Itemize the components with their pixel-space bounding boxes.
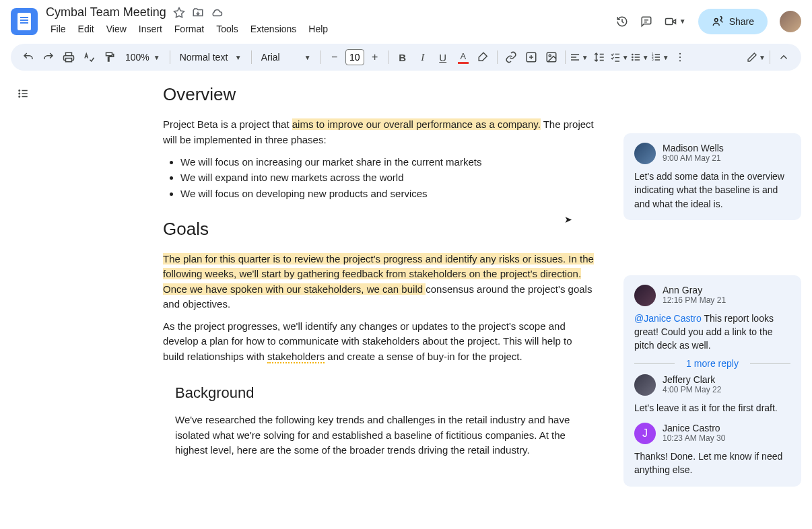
svg-point-11 [679,53,681,55]
share-label: Share [729,16,754,27]
redo-icon[interactable] [39,48,58,67]
svg-point-7 [632,59,632,60]
font-dropdown[interactable]: Arial▼ [256,52,316,63]
svg-point-4 [549,55,551,57]
more-replies-link[interactable]: 1 more reply [634,358,790,369]
text-color-icon[interactable]: A [454,48,473,67]
fontsize-input[interactable] [345,49,364,65]
comment-time: 10:23 AM May 30 [663,433,725,443]
spellcheck-icon[interactable] [79,48,98,67]
outline-toggle-icon[interactable] [11,81,35,106]
comment-time: 9:00 AM May 21 [663,153,724,163]
comment-card[interactable]: Madison Wells 9:00 AM May 21 Let's add s… [623,133,801,220]
fontsize-decrease-icon[interactable]: − [325,48,344,67]
svg-text:3: 3 [652,58,654,61]
mention: @Janice Castro [634,313,702,324]
move-icon[interactable] [192,7,204,19]
menu-extensions[interactable]: Extensions [246,21,301,37]
list-item: We will focus on developing new products… [180,186,594,201]
style-dropdown[interactable]: Normal text▼ [174,52,247,63]
align-icon[interactable]: ▼ [570,48,588,67]
heading-background: Background [175,384,594,402]
star-icon[interactable] [173,7,185,19]
bold-icon[interactable]: B [393,48,412,67]
video-call-button[interactable]: ▼ [665,15,686,28]
share-icon [712,15,724,28]
list-item: We will focus on increasing our market s… [180,154,594,170]
menu-help[interactable]: Help [304,21,333,37]
menu-tools[interactable]: Tools [211,21,243,37]
list-item: We will expand into new markets across t… [180,170,594,185]
fontsize-increase-icon[interactable]: + [366,48,384,67]
zoom-dropdown[interactable]: 100%▼ [120,52,166,63]
comment-time: 12:16 PM May 21 [663,295,726,305]
comment-avatar: J [634,423,656,444]
link-icon[interactable] [502,48,520,67]
comment-author: Madison Wells [663,143,724,153]
italic-icon[interactable]: I [413,48,432,67]
comment-time: 4:00 PM May 22 [663,385,721,394]
goals-paragraph: The plan for this quarter is to review t… [163,252,594,312]
svg-point-1 [714,18,718,22]
checklist-icon[interactable]: ▼ [610,48,629,67]
print-icon[interactable] [59,48,78,67]
cloud-status-icon[interactable] [211,7,223,19]
insert-image-icon[interactable] [542,48,561,67]
menu-file[interactable]: File [46,21,71,37]
menu-format[interactable]: Format [170,21,209,37]
comment-avatar [634,285,656,306]
svg-point-13 [679,60,681,61]
menu-view[interactable]: View [102,21,131,37]
share-button[interactable]: Share [698,9,768,34]
svg-point-5 [632,54,632,55]
history-icon[interactable] [616,15,628,28]
docs-logo-icon[interactable] [11,8,38,35]
goals-paragraph-2: As the project progresses, we'll identif… [163,319,594,365]
svg-point-12 [679,57,681,58]
comment-avatar [634,143,656,164]
svg-point-16 [19,96,20,98]
comment-author: Ann Gray [663,285,726,295]
heading-goals: Goals [163,219,594,240]
paint-format-icon[interactable] [100,48,119,67]
overview-paragraph: Project Beta is a project that aims to i… [163,117,594,147]
comment-body: Let's add some data in the overview indi… [634,170,790,211]
svg-point-6 [632,57,632,57]
menu-insert[interactable]: Insert [134,21,167,37]
underline-icon[interactable]: U [434,48,452,67]
collapse-icon[interactable] [774,48,793,67]
user-avatar[interactable] [780,11,801,32]
more-options-icon[interactable] [671,48,689,67]
add-comment-icon[interactable] [522,48,541,67]
comments-icon[interactable] [640,15,652,28]
svg-point-15 [19,93,20,94]
comment-body: Let's leave it as it for the first draft… [634,401,790,415]
comment-author: Janice Castro [663,423,725,433]
menu-edit[interactable]: Edit [73,21,99,37]
document-title[interactable]: Cymbal Team Meeting [46,5,166,20]
undo-icon[interactable] [19,48,38,67]
svg-rect-0 [665,18,673,24]
line-spacing-icon[interactable] [590,48,609,67]
editing-mode-icon[interactable]: ▼ [747,48,766,67]
comment-body: @Janice Castro This report looks great! … [634,312,790,353]
bullet-list-icon[interactable]: ▼ [630,48,649,67]
highlight-icon[interactable] [474,48,493,67]
heading-overview: Overview [163,84,594,105]
comment-author: Jeffery Clark [663,374,721,385]
numbered-list-icon[interactable]: 123▼ [650,48,669,67]
cursor-icon: ➤ [564,214,572,225]
comment-thread[interactable]: Ann Gray 12:16 PM May 21 @Janice Castro … [623,275,801,487]
toolbar: 100%▼ Normal text▼ Arial▼ − + B I U A ▼ … [11,44,801,71]
comment-avatar [634,374,656,396]
document-body[interactable]: Overview Project Beta is a project that … [163,84,594,465]
background-paragraph: We've researched the following key trend… [175,413,579,458]
comment-body: Thanks! Done. Let me know if need anythi… [634,450,790,477]
overview-list: We will focus on increasing our market s… [180,154,594,201]
svg-point-14 [19,90,20,92]
